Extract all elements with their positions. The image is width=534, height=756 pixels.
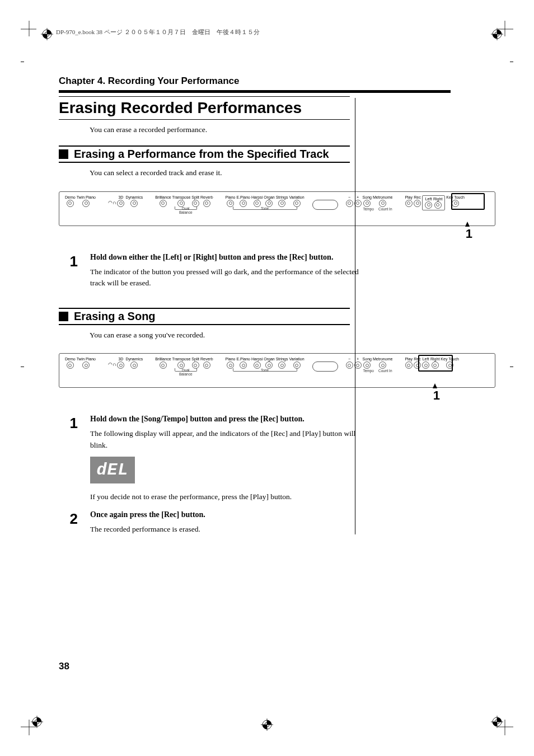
registration-target-icon xyxy=(261,719,273,731)
section-intro-text: You can erase a song you've recorded. xyxy=(90,330,358,341)
panel-label: Variation xyxy=(289,357,305,361)
knob-icon xyxy=(67,200,74,207)
section-heading-text: Erasing a Performance from the Specified… xyxy=(74,148,329,161)
thin-rule xyxy=(59,96,350,97)
step-number: 1 xyxy=(65,415,78,503)
panel-sublabel: Tempo xyxy=(363,369,374,373)
tick-mark xyxy=(510,62,513,62)
panel-label: Organ xyxy=(264,357,274,361)
panel-label: Right xyxy=(433,197,442,201)
section-rule xyxy=(59,145,350,147)
highlight-box xyxy=(418,355,453,372)
knob-icon xyxy=(117,200,124,207)
intro-text: You can erase a recorded performance. xyxy=(90,124,358,135)
arrow-up-icon xyxy=(433,383,437,388)
callout-number: 1 xyxy=(433,388,440,403)
step-text: The recorded performance is erased. xyxy=(90,524,359,535)
panel-label: Play xyxy=(405,195,413,199)
headphone-icon: ◠∩ xyxy=(108,200,116,205)
knob-icon xyxy=(203,200,210,207)
panel-label: Demo xyxy=(65,357,76,361)
panel-label: − xyxy=(348,195,350,199)
registration-target-icon xyxy=(491,716,503,728)
panel-label: Dynamics xyxy=(125,357,143,361)
square-bullet-icon xyxy=(59,312,68,321)
lcd-display: dEL xyxy=(90,457,135,483)
registration-target-icon xyxy=(31,716,43,728)
section-intro-text: You can select a recorded track and eras… xyxy=(90,167,358,179)
panel-label: E.Piano xyxy=(236,357,250,361)
panel-label: Twin Piano xyxy=(77,195,96,199)
page-number: 38 xyxy=(59,661,69,672)
step-text: The following display will appear, and t… xyxy=(90,428,359,451)
panel-label: Transpose xyxy=(172,195,191,199)
panel-label: Brilliance xyxy=(155,195,171,199)
section-rule xyxy=(59,308,350,309)
panel-label: Strings xyxy=(276,195,288,199)
knob-icon xyxy=(130,361,138,369)
knob-icon xyxy=(160,361,167,369)
square-bullet-icon xyxy=(59,149,68,159)
knob-icon xyxy=(117,361,124,369)
knob-icon xyxy=(293,200,301,207)
knob-icon xyxy=(278,200,285,207)
knob-icon xyxy=(254,200,261,207)
panel-label: Harpsi xyxy=(251,195,263,199)
tick-mark xyxy=(21,62,24,62)
panel-label: Left xyxy=(425,197,432,201)
step-number: 2 xyxy=(65,510,78,535)
knob-icon xyxy=(346,361,353,369)
panel-label: Strings xyxy=(276,357,288,361)
section-heading: Erasing a Song xyxy=(59,310,350,323)
knob-icon xyxy=(405,361,413,369)
step-title: Hold down either the [Left] or [Right] b… xyxy=(90,253,359,262)
knob-icon xyxy=(130,200,138,207)
panel-label: E.Piano xyxy=(236,195,250,199)
panel-label: − xyxy=(348,357,350,361)
headphone-icon: ◠∩ xyxy=(108,361,116,367)
section-heading: Erasing a Performance from the Specified… xyxy=(59,148,350,161)
step-title: Once again press the [Rec] button. xyxy=(90,510,359,519)
tick-mark xyxy=(21,367,24,367)
section-rule xyxy=(59,324,350,325)
knob-icon xyxy=(379,200,386,207)
knob-icon xyxy=(160,200,167,207)
knob-icon xyxy=(346,200,353,207)
panel-label: Brilliance xyxy=(155,357,171,361)
arrow-up-icon xyxy=(465,222,470,227)
panel-label: Twin Piano xyxy=(77,357,96,361)
panel-label: Song xyxy=(363,195,372,199)
knob-icon xyxy=(414,200,421,207)
panel-sublabel: Tempo xyxy=(363,207,374,211)
bracket-label: Tone xyxy=(233,368,297,372)
panel-sublabel: Count In xyxy=(378,207,392,211)
bracket-label: Dual Balance xyxy=(175,206,197,210)
content-area: Chapter 4. Recording Your Performance Er… xyxy=(59,76,503,535)
panel-label: Play xyxy=(405,357,413,361)
panel-label: Metronome xyxy=(373,195,392,199)
panel-label: Piano xyxy=(226,357,236,361)
panel-label: Piano xyxy=(226,195,236,199)
section-heading-text: Erasing a Song xyxy=(74,310,156,323)
panel-label: Variation xyxy=(289,195,305,199)
highlight-box xyxy=(451,193,485,210)
step-block: 1 Hold down either the [Left] or [Right]… xyxy=(65,253,503,289)
panel-label: Rec xyxy=(414,195,420,199)
knob-icon xyxy=(227,200,234,207)
knob-icon xyxy=(203,361,210,369)
panel-label: Song xyxy=(363,357,372,361)
panel-label: Harpsi xyxy=(251,357,263,361)
panel-label: + xyxy=(357,357,359,361)
panel-label: + xyxy=(357,195,359,199)
knob-icon xyxy=(192,200,199,207)
vertical-margin-rule xyxy=(355,98,355,534)
tick-mark xyxy=(510,367,513,367)
knob-icon xyxy=(425,201,432,209)
step-block: 1 Hold down the [Song/Tempo] button and … xyxy=(65,415,503,503)
lcd-text: dEL xyxy=(96,461,128,480)
knob-icon xyxy=(82,200,90,207)
control-panel-figure: Demo Twin Piano ◠∩ 3D Dynamics Brillianc… xyxy=(59,191,495,226)
knob-icon xyxy=(434,201,442,209)
panel-label: Transpose xyxy=(172,357,191,361)
section-rule xyxy=(59,162,350,163)
